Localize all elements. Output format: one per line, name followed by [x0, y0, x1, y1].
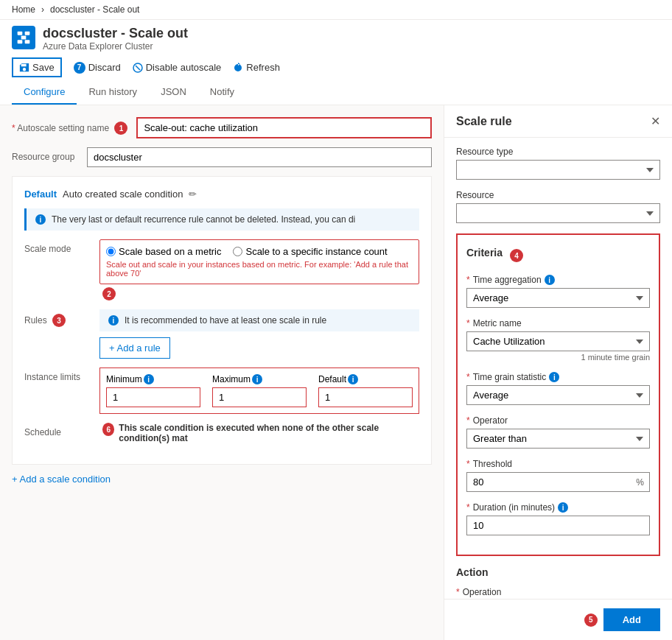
threshold-group: * Threshold %	[466, 459, 650, 492]
metric-note: 1 minute time grain	[466, 353, 650, 362]
edit-icon[interactable]: ✏	[189, 189, 197, 200]
disable-label: Disable autoscale	[146, 62, 222, 73]
default-input[interactable]	[318, 387, 413, 407]
duration-group: * Duration (in minutes) i	[466, 502, 650, 535]
limits-box: Minimum i Maximum i	[99, 368, 419, 414]
refresh-button[interactable]: Refresh	[233, 59, 280, 76]
resource-select[interactable]	[456, 203, 660, 223]
duration-info[interactable]: i	[558, 502, 568, 513]
time-grain-select[interactable]: Average	[466, 385, 650, 405]
operator-select[interactable]: Greater than	[466, 429, 650, 449]
discard-badge: 7	[74, 62, 85, 74]
step1-badge: 1	[114, 122, 127, 135]
add-button[interactable]: Add	[603, 608, 660, 631]
max-input[interactable]	[212, 387, 307, 407]
breadcrumb: Home › docscluster - Scale out	[0, 0, 672, 20]
instance-limits-inputs: Minimum i Maximum i	[106, 374, 413, 407]
svg-rect-0	[18, 32, 23, 35]
save-button[interactable]: Save	[12, 57, 62, 77]
action-title: Action	[456, 566, 660, 578]
rules-info-icon: i	[108, 315, 119, 326]
resource-group-input[interactable]	[87, 147, 432, 167]
rules-group: Rules 3 i It is recommended to have at l…	[24, 309, 419, 359]
threshold-pct: %	[636, 477, 644, 488]
autoscale-name-input[interactable]	[136, 117, 432, 138]
discard-label: Discard	[88, 62, 121, 73]
instance-limits-group: Instance limits Minimum i	[24, 368, 419, 414]
rules-info-box: i It is recommended to have at least one…	[99, 309, 419, 331]
time-agg-info[interactable]: i	[545, 275, 555, 285]
right-panel-header: Scale rule ✕	[444, 105, 672, 138]
page-subtitle: Azure Data Explorer Cluster	[43, 41, 188, 52]
cluster-icon	[12, 26, 35, 49]
disable-autoscale-button[interactable]: Disable autoscale	[133, 59, 222, 76]
schedule-text: This scale condition is executed when no…	[119, 423, 419, 443]
tab-configure[interactable]: Configure	[12, 80, 77, 105]
breadcrumb-home[interactable]: Home	[12, 4, 35, 15]
save-icon	[19, 63, 29, 73]
cluster-svg	[16, 30, 31, 45]
refresh-label: Refresh	[246, 62, 280, 73]
duration-input[interactable]	[466, 516, 650, 535]
scale-desc: Scale out and scale in your instances ba…	[106, 260, 413, 278]
time-grain-group: * Time grain statistic i Average	[466, 372, 650, 405]
tab-bar: Configure Run history JSON Notify	[12, 80, 660, 105]
criteria-title: Criteria	[466, 247, 503, 259]
refresh-icon	[233, 63, 243, 73]
metric-name-group: * Metric name Cache Utilization 1 minute…	[466, 318, 650, 362]
discard-button[interactable]: 7 Discard	[74, 59, 121, 77]
scale-condition-card: Default Auto created scale condition ✏ i…	[12, 176, 432, 465]
page-title: docscluster - Scale out	[43, 26, 188, 41]
resource-group-field: Resource	[456, 190, 660, 223]
add-scale-condition-button[interactable]: + Add a scale condition	[12, 474, 432, 485]
toolbar: Save 7 Discard Disable autoscale Refresh	[12, 57, 660, 77]
min-info-icon[interactable]: i	[144, 374, 154, 384]
radio-metric[interactable]: Scale based on a metric	[106, 246, 221, 257]
close-button[interactable]: ✕	[651, 114, 660, 128]
metric-name-select[interactable]: Cache Utilization	[466, 331, 650, 351]
scale-rule-panel: Scale rule ✕ Resource type Resource	[444, 105, 672, 640]
left-panel: * Autoscale setting name 1 Resource grou…	[0, 105, 444, 640]
svg-rect-3	[18, 40, 23, 43]
page-header: docscluster - Scale out Azure Data Explo…	[0, 20, 672, 105]
default-info-icon[interactable]: i	[348, 374, 358, 384]
svg-rect-1	[25, 32, 30, 35]
step4-badge: 4	[510, 249, 523, 262]
header-text: docscluster - Scale out Azure Data Explo…	[43, 26, 188, 52]
save-label: Save	[32, 62, 55, 73]
tab-json[interactable]: JSON	[149, 80, 198, 105]
step3-badge: 3	[52, 314, 66, 327]
condition-header: Default Auto created scale condition ✏	[24, 189, 419, 200]
condition-title: Auto created scale condition	[63, 189, 183, 200]
breadcrumb-current: docscluster - Scale out	[50, 4, 139, 15]
scale-mode-box: Scale based on a metric Scale to a speci…	[99, 239, 419, 284]
max-info-icon[interactable]: i	[252, 374, 262, 384]
autoscale-name-group: * Autoscale setting name 1	[12, 117, 432, 138]
step2-badge: 2	[102, 287, 116, 300]
operation-group: * Operation Increase count by	[456, 587, 660, 599]
time-grain-info[interactable]: i	[549, 372, 559, 382]
right-panel-title: Scale rule	[456, 115, 512, 128]
min-field: Minimum i	[106, 374, 200, 407]
step5-badge: 5	[584, 613, 598, 627]
time-aggregation-select[interactable]: Average	[466, 288, 650, 308]
warning-icon: i	[35, 214, 46, 225]
operator-group: * Operator Greater than	[466, 415, 650, 449]
add-rule-button[interactable]: + Add a rule	[99, 337, 170, 359]
criteria-section: Criteria 4 * Time aggregation i Average	[456, 233, 660, 556]
svg-rect-2	[21, 36, 27, 40]
step6-badge: 6	[102, 423, 114, 436]
resource-type-select[interactable]	[456, 160, 660, 180]
tab-run-history[interactable]: Run history	[77, 80, 149, 105]
svg-rect-4	[25, 40, 30, 43]
tab-notify[interactable]: Notify	[198, 80, 246, 105]
threshold-input[interactable]	[466, 472, 650, 492]
min-input[interactable]	[106, 387, 200, 407]
condition-label: Default	[24, 189, 57, 200]
right-panel-footer: 5 Add	[444, 599, 672, 640]
default-field: Default i	[318, 374, 413, 407]
right-panel-body: Resource type Resource Criteri	[444, 138, 672, 599]
action-section: Action * Operation Increase count by	[456, 566, 660, 599]
resource-group-group: Resource group	[12, 147, 432, 167]
radio-instance[interactable]: Scale to a specific instance count	[233, 246, 387, 257]
